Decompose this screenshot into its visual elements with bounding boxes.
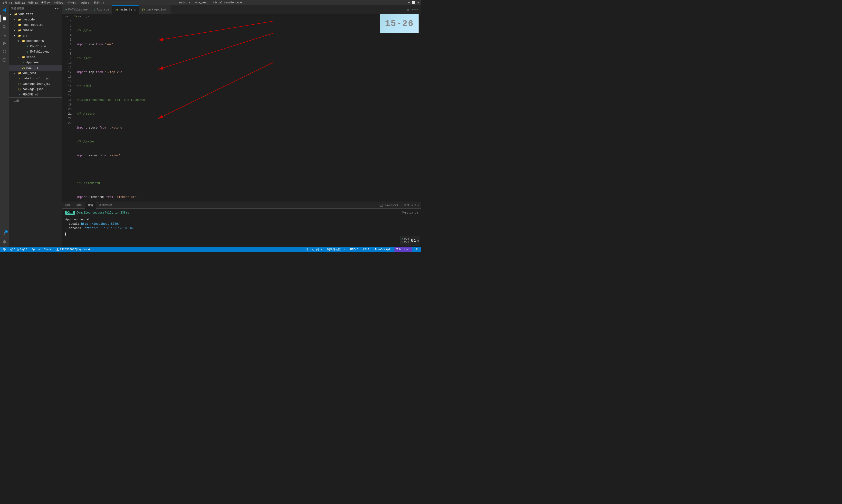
terminal-tab-debug[interactable]: 调试控制台: [96, 202, 115, 209]
menu-help[interactable]: 帮助(H): [94, 1, 104, 5]
breadcrumb: src › JS main.js › ...: [63, 14, 421, 19]
split-editor-button[interactable]: ⊟: [406, 7, 410, 12]
tab-label: 输出: [76, 203, 82, 207]
tree-item-mytable-vue[interactable]: V MyTable.vue: [9, 49, 63, 55]
tree-item-public[interactable]: › 📁 public: [9, 28, 63, 33]
tree-item-app-vue[interactable]: V App.vue: [9, 60, 63, 65]
terminal-close-button[interactable]: ✕: [417, 203, 419, 207]
tree-item-components[interactable]: ▼ 📁 components: [9, 38, 63, 44]
terminal-trash-button[interactable]: 🗑: [407, 203, 410, 207]
language-text: JavaScript: [374, 248, 390, 251]
maximize-button[interactable]: ⬜: [412, 1, 416, 5]
tab-label: 调试控制台: [99, 203, 112, 207]
close-button[interactable]: ✕: [417, 1, 419, 5]
go-live-icon: [396, 248, 398, 251]
terminal-content[interactable]: DONE Compiled successfully in 238ms 下午7:…: [63, 209, 421, 247]
terminal-tab-actions: powershell + ⊟ 🗑 ∧ ∨ ✕: [380, 203, 421, 207]
remote-icon[interactable]: [0, 56, 8, 64]
tab-size-status[interactable]: 制表符长度: 4: [326, 247, 347, 252]
terminal-expand-button[interactable]: ∨: [415, 203, 416, 207]
tree-item-count-vue[interactable]: V Count.vue: [9, 44, 63, 49]
tab-mytable-vue[interactable]: V MyTable.vue: [63, 5, 91, 14]
more-actions-button[interactable]: •••: [411, 7, 419, 12]
code-line-9: //引入axios: [76, 140, 421, 144]
menu-goto[interactable]: 转到(G): [54, 1, 65, 5]
tree-item-main-js[interactable]: JS main.js: [9, 65, 63, 71]
breadcrumb-dots[interactable]: ...: [92, 15, 98, 18]
tab-close-button[interactable]: ✕: [134, 8, 136, 12]
menu-run[interactable]: 运行(R): [68, 1, 78, 5]
terminal-plus-button[interactable]: +: [401, 204, 403, 207]
menu-view[interactable]: 查看(V): [41, 1, 51, 5]
errors-status[interactable]: 0 0 0: [9, 247, 29, 252]
code-content[interactable]: //引入Vue import Vue from 'vue' //引入App im…: [74, 19, 421, 202]
sidebar-more-icon[interactable]: •••: [55, 7, 60, 10]
breadcrumb-sep2: ›: [90, 15, 92, 18]
explorer-icon[interactable]: [0, 15, 8, 22]
svg-rect-17: [88, 249, 90, 250]
notifications-status[interactable]: [415, 247, 420, 252]
outline-panel[interactable]: › 大纲: [9, 97, 63, 104]
menu-terminal[interactable]: 终端(T): [81, 1, 91, 5]
run-icon[interactable]: [0, 39, 8, 47]
status-right: 行 21, 列 3 制表符长度: 4 UTF-8 CRLF JavaScript…: [304, 247, 420, 252]
sidebar-title: 资源管理器: [11, 7, 24, 10]
menu-file[interactable]: 文件(F): [2, 1, 12, 5]
terminal-split-button[interactable]: ⊟: [404, 203, 406, 207]
folder-icon: 📁: [18, 18, 21, 22]
tree-item-vscode[interactable]: › 📁 .vscode: [9, 17, 63, 22]
ln-5: 5: [63, 38, 72, 42]
minimize-button[interactable]: —: [408, 1, 410, 5]
network-url[interactable]: http://192.168.199.122:8080/: [85, 227, 134, 230]
file-tree: ▼ 📁 VUE_TEST › 📁 .vscode › 📁 node_module…: [9, 12, 63, 247]
terminal-collapse-button[interactable]: ∧: [411, 203, 413, 207]
user-status[interactable]: 2420537817@qq.com: [55, 247, 91, 252]
compile-msg: Compiled successfully in 238ms: [76, 211, 129, 215]
terminal-tab-problems[interactable]: 问题: [63, 202, 74, 209]
tab-main-js[interactable]: JS main.js ✕: [112, 5, 139, 14]
tab-app-vue[interactable]: V App.vue: [91, 5, 112, 14]
breadcrumb-mainjs[interactable]: main.js: [78, 15, 89, 18]
encoding-text: UTF-8: [350, 248, 358, 251]
tree-item-node-modules[interactable]: › 📁 node_modules: [9, 22, 63, 28]
remote-status-item[interactable]: [1, 247, 7, 252]
local-url[interactable]: http://localhost:8080/: [81, 222, 120, 226]
terminal-tab-terminal[interactable]: 终端: [85, 202, 96, 209]
code-line-1: //引入Vue: [76, 29, 421, 33]
menu-edit[interactable]: 编辑(E): [15, 1, 25, 5]
tree-item-src[interactable]: ▼ 📁 src: [9, 33, 63, 38]
line-col-status[interactable]: 行 21, 列 3: [304, 247, 323, 252]
tree-item-readme[interactable]: M README.md: [9, 92, 63, 97]
tree-item-package-json[interactable]: {} package.json: [9, 87, 63, 92]
remote-icon: [3, 248, 6, 251]
tab-package-json[interactable]: {} package.json: [139, 5, 171, 14]
arrow-icon: ›: [18, 56, 21, 59]
language-status[interactable]: JavaScript: [373, 247, 391, 252]
code-token: axios: [87, 154, 99, 158]
code-editor[interactable]: 1 2 3 4 5 6 7 8 9 10 11 12 13 14 15 16 1: [63, 19, 421, 202]
terminal-tab-output[interactable]: 输出: [74, 202, 85, 209]
source-control-icon[interactable]: [0, 31, 8, 39]
tree-item-store[interactable]: › 📁 store: [9, 55, 63, 60]
encoding-status[interactable]: UTF-8: [349, 247, 359, 252]
menu-select[interactable]: 选择(S): [28, 1, 38, 5]
window-title: main.js - vue_test - Visual Studio Code: [179, 1, 242, 4]
tree-item-package-lock[interactable]: {} package-lock.json: [9, 81, 63, 87]
svg-point-16: [57, 248, 58, 250]
tree-item-vue-test[interactable]: › 📁 vue_test: [9, 71, 63, 76]
tree-item-root[interactable]: ▼ 📁 VUE_TEST: [9, 12, 63, 17]
account-icon[interactable]: 2: [0, 230, 8, 237]
go-live-status[interactable]: Go Live: [394, 247, 412, 252]
settings-icon[interactable]: [0, 238, 8, 246]
live-share-button[interactable]: Live Share: [31, 248, 53, 251]
extensions-icon[interactable]: [0, 48, 8, 55]
tab-label: App.vue: [97, 8, 109, 12]
breadcrumb-src[interactable]: src: [65, 15, 70, 18]
tree-label: MyTable.vue: [30, 50, 50, 54]
error-icon: [10, 248, 13, 251]
tree-item-babel-config[interactable]: ⚙ babel.config.js: [9, 76, 63, 81]
line-ending-status[interactable]: CRLF: [362, 247, 370, 252]
code-token: from: [96, 70, 103, 75]
window-controls: — ⬜ ✕: [408, 1, 419, 5]
search-icon[interactable]: [0, 23, 8, 31]
